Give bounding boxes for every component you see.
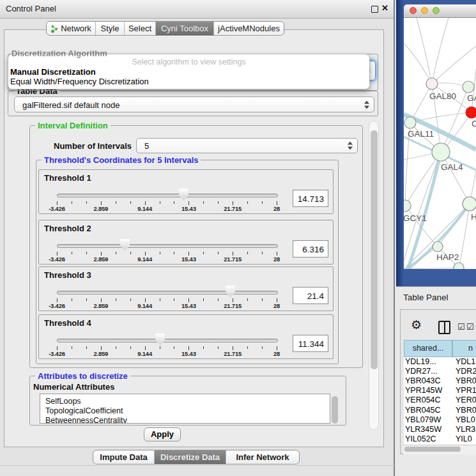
table-row[interactable]: YDR27...YDR2 (404, 367, 476, 376)
network-window-titlebar[interactable] (404, 4, 476, 18)
node-label: C (472, 119, 476, 128)
node-label: GAL80 (429, 91, 456, 101)
network-node[interactable] (426, 78, 438, 89)
apply-button[interactable]: Apply (144, 427, 181, 441)
table-cell[interactable]: YLR3 (456, 425, 475, 434)
table-row[interactable]: YDL19...YDL1 (404, 357, 476, 367)
table-cell[interactable]: YBR043C (405, 376, 441, 386)
threshold-2-box: Threshold 2 6.316 -3.4262.8599.14415.432… (38, 220, 334, 265)
slider-thumb[interactable] (155, 334, 165, 346)
checkbox-checked-icon[interactable]: ☑ (466, 322, 474, 332)
slider-thumb[interactable] (120, 239, 130, 251)
network-node[interactable] (432, 143, 450, 161)
table-cell[interactable]: YBR0 (456, 406, 476, 415)
tab-style[interactable]: Style (95, 22, 124, 35)
table-row[interactable]: YER054CYER0 (404, 395, 476, 405)
table-row[interactable]: YBL079WYBL0 (404, 415, 476, 425)
tab-jactivemnodules[interactable]: jActiveMNodules (213, 22, 284, 35)
close-traffic-light-icon[interactable] (410, 7, 417, 14)
combo-stepper-icon[interactable] (364, 100, 369, 109)
network-node[interactable] (404, 200, 411, 211)
table-cell[interactable]: YPR1 (456, 386, 476, 395)
network-edge[interactable] (417, 18, 432, 84)
panel-scrollbar-thumb[interactable] (371, 130, 378, 369)
table-row[interactable]: YBR045CYBR0 (404, 406, 476, 415)
threshold-1-value-field[interactable]: 14.713 (293, 190, 328, 207)
table-cell[interactable]: YIL052C (405, 434, 436, 444)
table-cell[interactable]: YER0 (456, 395, 476, 405)
slider-tick-label: 28 (262, 205, 291, 212)
table-cell[interactable]: YDR2 (456, 367, 476, 376)
option-manual-discretization[interactable]: Manual Discretization (10, 67, 96, 77)
table-row[interactable]: YPR145WYPR1 (404, 386, 476, 395)
discretization-algorithm-label: Discretization Algorithm (12, 49, 107, 58)
checkbox-checked-icon[interactable]: ☑ (457, 322, 465, 332)
table-cell[interactable]: YLR345W (405, 425, 441, 434)
float-window-icon[interactable] (371, 6, 378, 13)
table-cell[interactable]: YPR145W (405, 386, 442, 395)
table-cell[interactable]: YER054C (405, 395, 441, 405)
table-cell[interactable]: YBR0 (456, 376, 476, 386)
top-tab-bar: Network Style Select Cyni Toolbox jActiv… (46, 21, 284, 36)
table-cell[interactable]: YBL0 (456, 415, 475, 425)
threshold-1-slider[interactable] (57, 194, 278, 197)
columns-icon[interactable] (438, 321, 450, 334)
list-item-betweennesscentrality[interactable]: BetweennessCentrality (45, 416, 127, 424)
column-header-name[interactable]: n (452, 340, 476, 357)
table-cell[interactable]: YDL1 (456, 357, 475, 367)
network-node[interactable] (433, 242, 443, 252)
threshold-3-slider[interactable] (57, 291, 278, 295)
tab-cyni-toolbox[interactable]: Cyni Toolbox (155, 22, 213, 35)
slider-tick-label: 28 (262, 302, 291, 309)
tab-infer-network[interactable]: Infer Network (226, 450, 299, 464)
network-node[interactable] (463, 81, 474, 93)
network-node[interactable] (463, 197, 476, 211)
list-item-topologicalcoefficient[interactable]: TopologicalCoefficient (45, 406, 123, 416)
table-row[interactable]: YIL052CYIL0 (404, 434, 476, 444)
zoom-traffic-light-icon[interactable] (433, 7, 440, 14)
table-hscrollbar-thumb[interactable] (404, 447, 461, 452)
attributes-group-label: Attributes to discretize (35, 371, 130, 381)
network-edge[interactable] (432, 18, 449, 84)
list-scrollbar-thumb[interactable] (332, 396, 338, 424)
number-of-intervals-combo[interactable]: 5 (136, 138, 358, 153)
slider-tick (203, 201, 204, 204)
network-edge[interactable] (404, 268, 459, 269)
slider-tick-label: 28 (262, 256, 291, 263)
combo-stepper-icon[interactable] (348, 142, 353, 150)
network-node[interactable] (454, 263, 464, 269)
table-cell[interactable]: YBR045C (405, 406, 441, 415)
network-node[interactable] (466, 107, 476, 118)
slider-thumb[interactable] (179, 188, 188, 201)
network-graph[interactable]: GAL80GACGAL11GAL4GCY1HHAP2 (404, 18, 476, 269)
close-icon[interactable]: ✕ (381, 3, 388, 13)
table-cell[interactable]: YDR27... (405, 367, 438, 376)
threshold-2-value-field[interactable]: 6.316 (293, 240, 328, 257)
option-equal-width-frequency[interactable]: Equal Width/Frequency Discretization (10, 77, 149, 86)
column-header-shared[interactable]: shared... (404, 340, 452, 357)
threshold-4-value-field[interactable]: 11.344 (293, 335, 328, 352)
network-edge[interactable] (432, 46, 476, 84)
threshold-3-value-field[interactable]: 21.4 (293, 287, 328, 304)
threshold-2-slider[interactable] (57, 244, 278, 248)
threshold-4-slider[interactable] (57, 339, 278, 342)
minimize-traffic-light-icon[interactable] (421, 7, 428, 14)
table-cell[interactable]: YIL0 (456, 434, 472, 444)
gear-icon[interactable]: ⚙ (411, 318, 422, 332)
table-row[interactable]: YBR043CYBR0 (404, 376, 476, 386)
tab-network[interactable]: Network (47, 22, 95, 35)
slider-tick-label: 9.144 (130, 350, 160, 357)
slider-thumb[interactable] (226, 286, 235, 298)
table-rows-area: YDL19...YDL1YDR27...YDR2YBR043CYBR0YPR14… (404, 357, 476, 445)
table-cell[interactable]: YDL19... (405, 357, 436, 367)
network-canvas[interactable]: GAL80GACGAL11GAL4GCY1HHAP2 (404, 18, 476, 269)
threshold-2-label: Threshold 2 (44, 224, 91, 233)
table-cell[interactable]: YBL079W (405, 415, 441, 425)
tab-impute-data[interactable]: Impute Data (93, 450, 154, 464)
list-item-selfloops[interactable]: SelfLoops (45, 397, 81, 406)
tab-discretize-data[interactable]: Discretize Data (154, 450, 226, 464)
tab-select[interactable]: Select (124, 22, 155, 35)
network-node[interactable] (404, 117, 416, 128)
table-row[interactable]: YLR345WYLR3 (404, 425, 476, 434)
table-data-combo[interactable]: galFiltered.sif default node (14, 96, 374, 112)
